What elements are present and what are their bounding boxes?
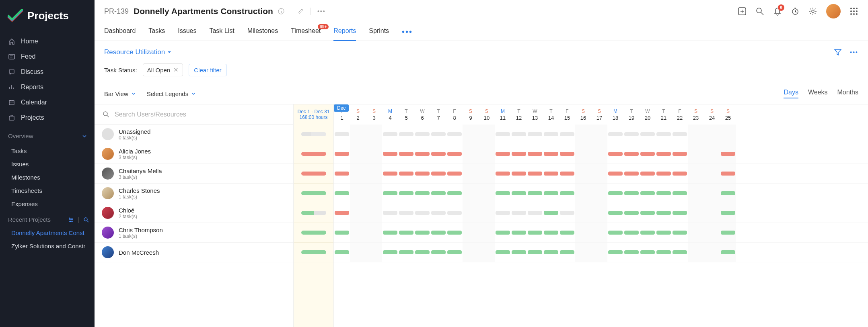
apps-icon[interactable]	[849, 7, 858, 16]
bar-view-dropdown[interactable]: Bar View	[104, 90, 136, 97]
utilization-bar	[383, 191, 397, 195]
resource-search[interactable]	[95, 104, 293, 125]
resource-row[interactable]: Alicia Jones3 task(s)	[95, 144, 293, 164]
resource-row[interactable]: Chris Thompson1 task(s)	[95, 223, 293, 243]
clear-filter-button[interactable]: Clear filter	[189, 64, 226, 76]
day-cell	[527, 243, 543, 262]
discuss-icon	[8, 68, 15, 76]
tabs-more-icon[interactable]: •••	[402, 23, 413, 41]
recent-project[interactable]: Zylker Solutions and Constr	[0, 239, 95, 253]
resource-row[interactable]: Charles Stones1 task(s)	[95, 184, 293, 203]
day-cell	[704, 184, 720, 203]
nav-reports[interactable]: Reports	[0, 80, 95, 95]
nav-sub-expenses[interactable]: Expenses	[0, 197, 95, 211]
utilization-bar	[383, 152, 397, 156]
more-icon[interactable]: •••	[850, 49, 858, 55]
resource-row[interactable]: Unassigned0 task(s)	[95, 125, 293, 144]
tab-timesheet[interactable]: Timesheet99+	[291, 23, 321, 41]
resource-row[interactable]: Chloé2 task(s)	[95, 203, 293, 223]
filter-icon[interactable]	[834, 48, 842, 56]
tab-tasks[interactable]: Tasks	[148, 23, 165, 41]
legends-dropdown[interactable]: Select Legends	[147, 90, 195, 97]
avatar	[102, 207, 114, 219]
tab-issues[interactable]: Issues	[178, 23, 196, 41]
overview-header[interactable]: Overview	[0, 128, 95, 144]
day-cell	[495, 144, 511, 164]
search-input[interactable]	[115, 111, 285, 118]
day-cell	[623, 243, 640, 262]
day-cell	[720, 223, 736, 242]
nav-sub-timesheets[interactable]: Timesheets	[0, 184, 95, 197]
search-icon[interactable]	[83, 217, 89, 223]
nav-calendar[interactable]: Calendar	[0, 95, 95, 110]
resource-name: Chris Thompson	[119, 227, 163, 233]
day-cell	[575, 243, 591, 262]
day-cell	[672, 164, 688, 183]
resource-row[interactable]: Chaitanya Mella3 task(s)	[95, 164, 293, 184]
day-header: T14	[543, 104, 559, 125]
utilization-bar	[624, 231, 639, 235]
timer-icon[interactable]	[791, 7, 800, 16]
filter-chip[interactable]: All Open ✕	[143, 63, 183, 76]
search-icon[interactable]	[755, 7, 764, 16]
tab-reports[interactable]: Reports	[333, 23, 356, 41]
day-cell	[591, 125, 607, 144]
resource-row[interactable]: Don McCreesh	[95, 243, 293, 262]
utilization-bar	[447, 132, 462, 136]
utilization-bar	[608, 231, 623, 235]
day-cell	[350, 125, 366, 144]
nav-sub-tasks[interactable]: Tasks	[0, 144, 95, 157]
info-icon[interactable]	[278, 8, 284, 14]
day-cell	[672, 125, 688, 144]
more-icon[interactable]: •••	[317, 8, 326, 14]
scale-days[interactable]: Days	[784, 89, 798, 98]
day-cell	[704, 144, 720, 164]
day-cell	[575, 164, 591, 183]
close-icon[interactable]: ✕	[173, 66, 179, 74]
tab-sprints[interactable]: Sprints	[369, 23, 389, 41]
projects-icon	[8, 114, 15, 121]
svg-point-9	[757, 8, 761, 13]
logo[interactable]: Projects	[0, 0, 95, 31]
nav-sub-milestones[interactable]: Milestones	[0, 171, 95, 184]
day-header: F15	[559, 104, 575, 125]
recent-project[interactable]: Donnelly Apartments Const	[0, 226, 95, 239]
project-title: Donnelly Apartments Construction	[134, 6, 273, 16]
tab-dashboard[interactable]: Dashboard	[104, 23, 136, 41]
report-dropdown[interactable]: Resource Utilization	[104, 48, 171, 56]
tab-milestones[interactable]: Milestones	[247, 23, 278, 41]
day-cell	[559, 223, 575, 242]
utilization-bar	[640, 231, 655, 235]
gear-icon[interactable]	[808, 7, 817, 16]
sliders-icon[interactable]	[68, 217, 74, 223]
nav-sub-issues[interactable]: Issues	[0, 157, 95, 171]
utilization-bar	[431, 132, 446, 136]
utilization-bar	[560, 250, 574, 254]
nav-label: Discuss	[21, 68, 43, 76]
nav-discuss[interactable]: Discuss	[0, 64, 95, 80]
user-avatar[interactable]	[826, 4, 841, 18]
edit-icon[interactable]	[298, 8, 304, 14]
day-cell	[414, 203, 430, 223]
sidebar: Projects HomeFeedDiscussReportsCalendarP…	[0, 0, 95, 327]
add-icon[interactable]	[738, 7, 747, 16]
day-cell	[720, 164, 736, 183]
logo-icon	[7, 9, 23, 22]
utilization-bar	[496, 250, 510, 254]
utilization-bar	[528, 231, 542, 235]
svg-point-5	[70, 221, 71, 222]
summary-header: Dec 1 - Dec 31 168:00 hours	[294, 104, 333, 125]
scale-months[interactable]: Months	[837, 89, 858, 98]
utilization-bar	[721, 250, 735, 254]
utilization-bar	[544, 172, 558, 176]
day-cell	[446, 223, 463, 242]
svg-point-19	[853, 13, 855, 15]
day-cell	[720, 125, 736, 144]
day-cell	[688, 184, 704, 203]
bell-icon[interactable]: 9	[773, 7, 782, 16]
scale-weeks[interactable]: Weeks	[808, 89, 828, 98]
nav-projects[interactable]: Projects	[0, 110, 95, 125]
nav-home[interactable]: Home	[0, 34, 95, 49]
tab-task-list[interactable]: Task List	[209, 23, 234, 41]
nav-feed[interactable]: Feed	[0, 49, 95, 64]
